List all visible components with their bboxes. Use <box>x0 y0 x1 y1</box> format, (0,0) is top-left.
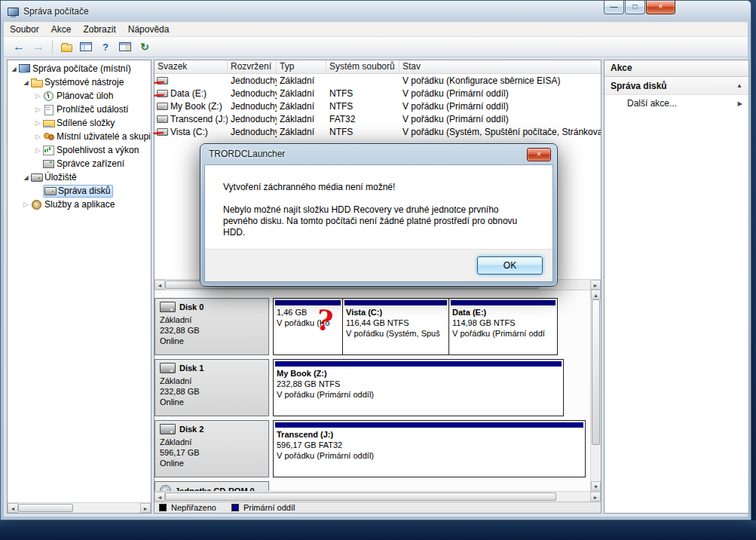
tree-collapsed-icon[interactable]: ▷ <box>33 119 43 127</box>
menu-soubor[interactable]: Soubor <box>4 22 45 37</box>
tree-item-event-viewer[interactable]: ▷ Prohlížeč událostí <box>8 103 151 116</box>
submenu-arrow-icon[interactable]: ▶ <box>738 100 742 107</box>
tree-item-disk-management[interactable]: Správa disků <box>8 184 151 198</box>
volume-row-transcend[interactable]: Transcend (J:) Jednoduchý Základní FAT32… <box>155 112 601 125</box>
column-header-rozvrzeni[interactable]: Rozvržení <box>228 60 277 73</box>
disk-type: Základní <box>160 376 264 386</box>
shared-folder-icon <box>43 118 54 127</box>
volume-fs: FAT32 <box>326 114 399 124</box>
disk2-info[interactable]: Disk 2 Základní 596,17 GB Online <box>155 420 269 477</box>
partition-name: Vista (C:) <box>343 307 448 318</box>
partition-transcend[interactable]: Transcend (J:) 596,17 GB FAT32 V pořádku… <box>273 420 586 477</box>
tree-item-label: Sdílené složky <box>57 118 115 128</box>
tree-expanded-icon[interactable]: ◢ <box>21 79 31 86</box>
scroll-down-button[interactable]: ▼ <box>591 481 601 491</box>
column-header-typ[interactable]: Typ <box>277 60 326 73</box>
tree-item-computer-management[interactable]: ◢ Správa počítače (místní) <box>8 62 151 75</box>
volume-list-header: Svazek Rozvržení Typ Systém souborů Stav <box>155 60 601 74</box>
partition-mybook[interactable]: My Book (Z:) 232,88 GB NTFS V pořádku (P… <box>273 359 564 416</box>
disk-icon <box>160 302 176 312</box>
toolbar-separator <box>52 40 53 54</box>
scroll-left-button[interactable]: ◄ <box>155 280 165 290</box>
tree-item-local-users-groups[interactable]: ▷ Místní uživatelé a skupi <box>8 130 151 143</box>
menu-napoveda[interactable]: Nápověda <box>122 22 176 37</box>
refresh-button[interactable]: ↻ <box>136 38 154 55</box>
app-icon <box>8 8 19 16</box>
show-hide-action-pane-button[interactable] <box>116 38 134 55</box>
tree-item-services-applications[interactable]: ▷ Služby a aplikace <box>8 198 151 211</box>
menu-akce[interactable]: Akce <box>45 22 78 37</box>
tree-item-label: Místní uživatelé a skupi <box>57 131 151 142</box>
column-header-stav[interactable]: Stav <box>399 60 601 73</box>
scroll-left-button[interactable]: ◄ <box>155 492 165 502</box>
close-button[interactable]: × <box>646 1 675 14</box>
tree-item-label: Služby a aplikace <box>44 199 115 210</box>
menu-zobrazit[interactable]: Zobrazit <box>77 22 121 37</box>
tree-item-label: Správa počítače (místní) <box>32 63 131 74</box>
column-header-svazek[interactable]: Svazek <box>155 60 228 73</box>
partition-data[interactable]: Data (E:) 114,98 GB NTFS V pořádku (Prim… <box>448 298 558 355</box>
tree-collapsed-icon[interactable]: ▷ <box>33 106 43 113</box>
maximize-button[interactable]: □ <box>625 1 645 14</box>
minimize-button[interactable]: — <box>604 1 624 14</box>
tree-expanded-icon[interactable]: ◢ <box>9 66 19 72</box>
tree-item-task-scheduler[interactable]: ▷ Plánovač úloh <box>8 89 151 103</box>
tree-item-device-manager[interactable]: Správce zařízení <box>8 157 151 170</box>
scrollbar-thumb[interactable] <box>165 492 556 501</box>
scroll-left-button[interactable]: ◄ <box>8 503 18 513</box>
scrollbar-track[interactable] <box>18 503 140 513</box>
tree-item-storage[interactable]: ◢ Úložiště <box>8 170 151 184</box>
console-tree-icon <box>80 42 92 51</box>
volume-row-data[interactable]: Data (E:) Jednoduchý Základní NTFS V poř… <box>155 87 601 100</box>
show-hide-console-tree-button[interactable] <box>77 38 95 55</box>
column-header-system-souboru[interactable]: Systém souborů <box>326 60 399 73</box>
dialog-titlebar[interactable]: TRORDCLauncher <box>200 144 557 164</box>
tree-item-reliability-performance[interactable]: ▷ Spolehlivost a výkon <box>8 143 151 157</box>
volume-icon <box>157 115 168 123</box>
disk0-info[interactable]: Disk 0 Základní 232,88 GB Online <box>155 298 269 355</box>
tree-expanded-icon[interactable]: ◢ <box>21 174 31 181</box>
volume-fs: NTFS <box>326 101 399 112</box>
tree-collapsed-icon[interactable]: ▷ <box>33 146 43 154</box>
partition-color-bar <box>275 422 583 428</box>
cdrom-info[interactable]: Jednotka CD-ROM 0 <box>155 481 269 491</box>
tree-collapsed-icon[interactable]: ▷ <box>33 92 43 100</box>
partition-vista[interactable]: Vista (C:) 116,44 GB NTFS V pořádku (Sys… <box>342 298 449 355</box>
up-level-button[interactable] <box>57 38 75 55</box>
tree-collapsed-icon[interactable]: ▷ <box>33 133 43 140</box>
dialog-footer: OK <box>204 249 553 282</box>
dialog-close-button[interactable]: × <box>527 148 551 161</box>
disk1-info[interactable]: Disk 1 Základní 232,88 GB Online <box>155 359 269 416</box>
graph-horizontal-scrollbar[interactable]: ◄ ► <box>155 491 601 502</box>
scroll-right-button[interactable]: ► <box>590 280 601 290</box>
tree-horizontal-scrollbar[interactable]: ◄ ► <box>8 502 151 513</box>
volume-layout: Jednoduchý <box>228 88 277 99</box>
collapse-icon[interactable]: ▲ <box>736 82 742 89</box>
scrollbar-track[interactable] <box>591 299 601 481</box>
more-actions-item[interactable]: Další akce... ▶ <box>604 95 748 112</box>
ok-button[interactable]: OK <box>477 256 543 275</box>
tree-item-system-tools[interactable]: ◢ Systémové nástroje <box>8 75 151 89</box>
volume-row-eisa[interactable]: Jednoduchý Základní V pořádku (Konfigura… <box>155 74 601 87</box>
help-button[interactable]: ? <box>96 38 115 55</box>
disk-size: 596,17 GB <box>160 447 264 458</box>
taskbar <box>0 520 756 540</box>
scroll-up-button[interactable]: ▲ <box>591 290 601 299</box>
volume-row-vista[interactable]: Vista (C:) Jednoduchý Základní NTFS V po… <box>155 125 601 138</box>
disk-graphical-view: Disk 0 Základní 232,88 GB Online 1,46 GB… <box>155 290 601 491</box>
back-button[interactable]: ← <box>10 38 28 55</box>
volume-fs: NTFS <box>326 127 399 137</box>
scroll-right-button[interactable]: ► <box>590 492 601 502</box>
tree-item-shared-folders[interactable]: ▷ Sdílené složky <box>8 116 151 130</box>
scrollbar-thumb[interactable] <box>18 504 73 512</box>
scrollbar-thumb[interactable] <box>592 299 600 445</box>
scroll-right-button[interactable]: ► <box>140 503 151 513</box>
disk2-partitions: Transcend (J:) 596,17 GB FAT32 V pořádku… <box>273 420 586 477</box>
actions-section-disk-management[interactable]: Správa disků ▲ <box>604 77 748 95</box>
volume-row-mybook[interactable]: My Book (Z:) Jednoduchý Základní NTFS V … <box>155 100 601 112</box>
forward-button[interactable]: → <box>29 38 47 55</box>
tree-collapsed-icon[interactable]: ▷ <box>21 201 31 208</box>
primary-partition-color-swatch <box>231 504 239 511</box>
scrollbar-track[interactable] <box>165 492 590 502</box>
graph-vertical-scrollbar[interactable]: ▲ ▼ <box>590 290 601 491</box>
